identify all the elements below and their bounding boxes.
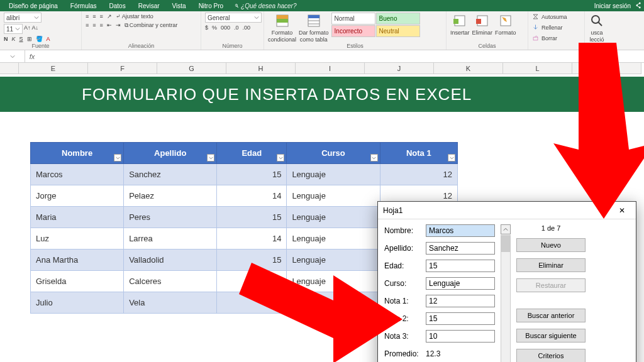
align-top-icon[interactable]: ≡ — [86, 13, 89, 20]
delete-cells-button[interactable]: Eliminar — [472, 13, 493, 36]
filter-icon[interactable] — [114, 154, 121, 162]
style-bad[interactable]: Incorrecto — [331, 25, 375, 37]
help-icon[interactable]: ? — [596, 204, 613, 217]
header-apellido[interactable]: Apellido — [124, 143, 217, 164]
cell-apellido[interactable]: Pelaez — [124, 185, 217, 207]
restore-button[interactable]: Restaurar — [516, 278, 586, 292]
col-f[interactable]: F — [88, 63, 157, 74]
cell-nota1[interactable]: 12 — [380, 164, 457, 185]
col-e[interactable]: E — [19, 63, 88, 74]
tab-data[interactable]: Datos — [103, 3, 132, 9]
formula-input[interactable] — [39, 50, 644, 62]
cell-edad[interactable]: 15 — [217, 164, 287, 185]
table-row[interactable]: MarcosSanchez15Lenguaje12 — [31, 164, 458, 185]
col-j[interactable]: J — [365, 63, 434, 74]
input-nombre[interactable] — [426, 224, 495, 237]
input-nota2[interactable] — [426, 312, 495, 325]
header-nombre[interactable]: Nombre — [31, 143, 124, 164]
input-nota1[interactable] — [426, 295, 495, 307]
new-button[interactable]: Nuevo — [516, 238, 586, 252]
clear-button[interactable]: Borrar — [532, 34, 557, 42]
cell-nombre[interactable]: Ana Martha — [31, 250, 124, 271]
cell-curso[interactable]: L — [287, 292, 380, 314]
cell-apellido[interactable]: Calceres — [124, 271, 217, 292]
filter-icon[interactable] — [207, 154, 214, 162]
cell-edad[interactable]: 15 — [217, 207, 287, 228]
scroll-track[interactable] — [501, 235, 511, 362]
format-as-table-button[interactable]: Dar formatocomo tabla — [299, 13, 329, 43]
tab-page-layout[interactable]: Diseño de página — [3, 3, 64, 9]
cell-curso[interactable]: Lenguaje — [287, 250, 380, 271]
cell-curso[interactable]: Lenguaje — [287, 228, 380, 250]
cell-curso[interactable]: Lenguaje — [287, 271, 380, 292]
comma-icon[interactable]: 000 — [221, 24, 230, 31]
col-i[interactable]: I — [296, 63, 365, 74]
autosum-button[interactable]: Autosuma — [532, 13, 567, 21]
cell-curso[interactable]: Lenguaje — [287, 185, 380, 207]
signin-link[interactable]: Iniciar sesión — [594, 3, 631, 9]
tell-me-search[interactable]: ¿Qué desea hacer? — [233, 3, 296, 9]
font-size-select[interactable]: 11 — [4, 24, 23, 34]
cell-apellido[interactable]: Vela — [124, 292, 217, 314]
font-color-button[interactable]: A — [47, 35, 50, 43]
col-g[interactable]: G — [157, 63, 226, 74]
cell-apellido[interactable]: Sanchez — [124, 164, 217, 185]
bold-button[interactable]: N — [4, 35, 8, 43]
orientation-icon[interactable]: ↗ — [107, 13, 112, 20]
increase-decimal-icon[interactable]: .0 — [234, 24, 239, 31]
worksheet[interactable]: FORMULARIO QUE INSERTA DATOS EN EXCEL No… — [0, 74, 644, 362]
fx-icon[interactable]: fx — [25, 53, 39, 60]
font-grow-icon[interactable]: A↑ — [24, 24, 31, 34]
number-format-select[interactable]: General — [205, 13, 262, 23]
header-curso[interactable]: Curso — [287, 143, 380, 164]
close-icon[interactable]: ✕ — [613, 204, 631, 217]
filter-icon[interactable] — [370, 154, 378, 162]
currency-icon[interactable]: $ — [205, 24, 208, 31]
align-middle-icon[interactable]: ≡ — [92, 13, 96, 20]
criteria-button[interactable]: Criterios — [516, 349, 586, 362]
font-shrink-icon[interactable]: A↓ — [32, 24, 39, 34]
conditional-format-button[interactable]: Formatocondicional — [268, 13, 296, 43]
underline-button[interactable]: S — [19, 35, 23, 43]
delete-button[interactable]: Eliminar — [516, 258, 586, 272]
cell-nombre[interactable]: Jorge — [31, 185, 124, 207]
input-edad[interactable] — [426, 260, 495, 272]
input-curso[interactable] — [426, 277, 495, 290]
share-icon[interactable] — [635, 2, 641, 10]
tab-formulas[interactable]: Fórmulas — [64, 3, 103, 9]
align-right-icon[interactable]: ≡ — [100, 21, 103, 29]
col-k[interactable]: K — [434, 63, 503, 74]
align-left-icon[interactable]: ≡ — [86, 21, 89, 29]
filter-icon[interactable] — [448, 154, 455, 162]
find-select-button[interactable]: uscalecció — [589, 13, 605, 43]
cell-edad[interactable]: 15 — [217, 271, 287, 292]
percent-icon[interactable]: % — [212, 24, 217, 31]
cell-nombre[interactable]: Griselda — [31, 271, 124, 292]
cell-nombre[interactable]: Maria — [31, 207, 124, 228]
tab-review[interactable]: Revisar — [132, 3, 166, 9]
scroll-up-icon[interactable] — [501, 224, 511, 234]
cell-edad[interactable]: 14 — [217, 228, 287, 250]
tab-nitro[interactable]: Nitro Pro — [192, 3, 230, 9]
cell-edad[interactable]: 14 — [217, 292, 287, 314]
italic-button[interactable]: K — [12, 35, 16, 43]
scroll-thumb[interactable] — [501, 236, 510, 252]
decrease-decimal-icon[interactable]: .00 — [243, 24, 251, 31]
col-m[interactable]: M — [572, 63, 641, 74]
cell-edad[interactable]: 14 — [217, 185, 287, 207]
style-neutral[interactable]: Neutral — [376, 25, 420, 37]
format-cells-button[interactable]: Formato — [495, 13, 516, 36]
cell-apellido[interactable]: Peres — [124, 207, 217, 228]
filter-icon[interactable] — [277, 154, 284, 162]
input-nota3[interactable] — [426, 330, 495, 343]
indent-dec-icon[interactable]: ⇤ — [107, 21, 112, 29]
indent-inc-icon[interactable]: ⇥ — [116, 21, 121, 29]
select-all-corner[interactable] — [0, 63, 19, 74]
tab-view[interactable]: Vista — [166, 3, 192, 9]
input-apellido[interactable] — [426, 242, 495, 255]
cell-curso[interactable]: Lenguaje — [287, 164, 380, 185]
record-scrollbar[interactable] — [500, 224, 511, 362]
col-h[interactable]: H — [226, 63, 296, 74]
header-nota1[interactable]: Nota 1 — [380, 143, 457, 164]
cell-styles-gallery[interactable]: Normal Bueno Incorrecto Neutral — [331, 13, 420, 37]
